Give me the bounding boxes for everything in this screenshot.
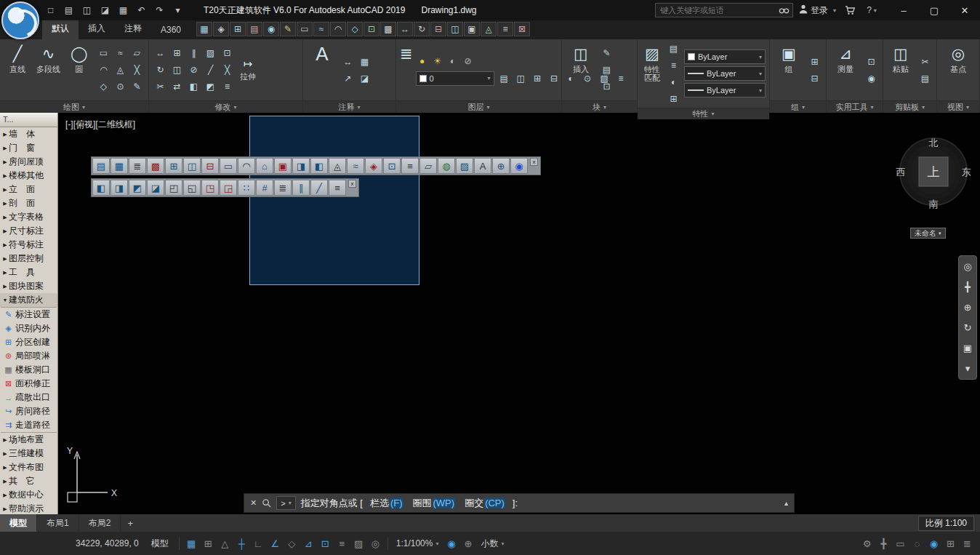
properties-grid-icon[interactable]: ▤ — [666, 41, 681, 56]
tianzheng-toolbar-icon[interactable]: ◰ — [165, 180, 182, 196]
workspace-gear-icon[interactable]: ⚙ — [859, 535, 875, 552]
tianzheng-toolbar-icon[interactable]: A — [474, 158, 491, 174]
tianzheng-toolbar-icon[interactable]: ╱ — [310, 180, 328, 196]
sidebar-item-text-table[interactable]: 文字表格 — [0, 210, 57, 224]
annotate-grid-icon[interactable]: ↗ — [340, 71, 356, 86]
tianzheng-toolbar-icon[interactable]: ◈ — [365, 158, 382, 174]
modify-grid-icon[interactable]: ↻ — [153, 63, 168, 78]
modify-grid-icon[interactable]: ◩ — [203, 79, 218, 95]
sidebar-item-others[interactable]: 其 它 — [0, 474, 57, 488]
sidebar-item-rooms-roof[interactable]: 房间屋顶 — [0, 155, 57, 169]
text-button[interactable]: A — [307, 41, 337, 99]
maximize-button[interactable]: ▢ — [919, 0, 949, 20]
groups-grid-icon[interactable]: ⊟ — [807, 71, 822, 86]
sidebar-item-section[interactable]: 剖 面 — [0, 196, 57, 210]
clean-screen-icon[interactable]: ⊞ — [942, 535, 959, 552]
sidebar-item-dimension[interactable]: 尺寸标注 — [0, 224, 57, 238]
properties-grid-icon[interactable]: ⊞ — [666, 91, 681, 106]
polar-tracking-icon[interactable]: ∠ — [267, 535, 284, 552]
classic-toolbar-icon[interactable]: ▦ — [196, 22, 212, 36]
save-as-icon[interactable]: ◪ — [97, 3, 113, 17]
classic-toolbar-icon[interactable]: ▩ — [380, 22, 396, 36]
sidebar-title[interactable]: T... — [0, 113, 57, 127]
modify-grid-icon[interactable]: ≡ — [220, 79, 235, 95]
save-icon[interactable]: ◫ — [79, 3, 95, 17]
groups-grid-icon[interactable]: ⊞ — [807, 54, 822, 69]
tool-zone-create[interactable]: ⊞ 分区创建 — [0, 335, 57, 349]
lineweight-icon[interactable]: ≡ — [334, 535, 350, 552]
tool-identify-inout[interactable]: ◈ 识别内外 — [0, 322, 57, 335]
infer-constraints-icon[interactable]: △ — [217, 535, 233, 552]
draw-grid-icon[interactable]: ◇ — [96, 79, 111, 95]
tool-corridor-path[interactable]: ⇉ 走道路径 — [0, 418, 57, 432]
command-search-icon[interactable] — [262, 498, 271, 508]
tianzheng-toolbar-icon[interactable]: ◉ — [510, 158, 528, 174]
tianzheng-toolbar-icon[interactable]: ◠ — [238, 158, 255, 174]
tianzheng-toolbar-icon[interactable]: ⊞ — [165, 158, 182, 174]
redo-icon[interactable]: ↷ — [151, 3, 168, 17]
app-store-cart-icon[interactable] — [842, 3, 858, 17]
tianzheng-toolbar-icon[interactable]: ▩ — [147, 158, 164, 174]
insert-block-button[interactable]: ◫ 插入 — [566, 41, 596, 99]
tab-model[interactable]: 模型 — [0, 514, 37, 532]
tool-area-correction[interactable]: ⊠ 面积修正 — [0, 377, 57, 391]
view-cube[interactable]: 北 西 东 南 上 — [891, 132, 976, 216]
tianzheng-toolbar-icon[interactable]: ≡ — [401, 158, 419, 174]
classic-toolbar-icon[interactable]: ↻ — [414, 22, 430, 36]
layer-grid-icon[interactable]: ◫ — [513, 71, 529, 86]
panel-label-layers[interactable]: 图层 — [396, 100, 561, 113]
classic-toolbar-icon[interactable]: ◫ — [447, 22, 463, 36]
new-file-icon[interactable]: □ — [42, 3, 59, 17]
sidebar-item-help-demo[interactable]: 帮助演示 — [0, 502, 57, 514]
tianzheng-toolbar-icon[interactable]: ▨ — [456, 158, 473, 174]
panel-label-groups[interactable]: 组 — [770, 100, 826, 113]
clipboard-grid-icon[interactable]: ▤ — [917, 71, 933, 86]
tianzheng-toolbar-icon[interactable]: ▣ — [274, 158, 292, 174]
open-file-icon[interactable]: ▤ — [60, 3, 77, 17]
draw-grid-icon[interactable]: ╳ — [129, 63, 145, 78]
tianzheng-toolbar-icon[interactable]: ⌂ — [256, 158, 273, 174]
tool-evacuation-exit[interactable]: → 疏散出口 — [0, 391, 57, 404]
sidebar-item-3d-modeling[interactable]: 三维建模 — [0, 447, 57, 460]
annotation-scale-button[interactable]: 1:1/100% — [392, 538, 443, 548]
block-grid-icon[interactable]: ▤ — [599, 63, 614, 78]
classic-toolbar-icon[interactable]: ▤ — [246, 22, 262, 36]
sidebar-item-blocks-patterns[interactable]: 图块图案 — [0, 279, 57, 293]
modify-grid-icon[interactable]: ∥ — [186, 46, 201, 61]
tab-insert[interactable]: 插入 — [79, 19, 115, 39]
tianzheng-toolbar-icon[interactable]: ◧ — [92, 180, 110, 196]
object-snap-icon[interactable]: ⊡ — [317, 535, 334, 552]
annotate-grid-icon[interactable]: ▦ — [357, 54, 372, 69]
tianzheng-toolbar-icon[interactable]: ◳ — [201, 180, 219, 196]
paste-button[interactable]: ◫ 粘贴 — [887, 41, 915, 99]
command-option-cpolygon[interactable]: 圈交(CP) — [465, 497, 505, 510]
properties-grid-icon[interactable]: ◐ — [666, 74, 681, 89]
classic-toolbar-icon[interactable]: ≈ — [313, 22, 329, 36]
quick-properties-icon[interactable]: ▭ — [892, 535, 909, 552]
classic-toolbar-icon[interactable]: ▭ — [297, 22, 313, 36]
modify-grid-icon[interactable]: ╱ — [203, 63, 218, 78]
isodraft-icon[interactable]: ◇ — [284, 535, 300, 552]
view-name-chip[interactable]: 未命名 — [910, 228, 946, 239]
sign-in-button[interactable]: 登录 — [799, 4, 836, 17]
command-option-fence[interactable]: 栏选(F) — [370, 497, 403, 510]
minimize-button[interactable]: – — [888, 0, 919, 20]
draw-grid-icon[interactable]: ▱ — [129, 46, 145, 61]
lineweight-select[interactable]: ByLayer — [684, 66, 766, 81]
tool-local-sprinkler[interactable]: ⊛ 局部喷淋 — [0, 349, 57, 363]
layer-properties-button[interactable]: ≣ — [400, 41, 413, 99]
tianzheng-toolbar-icon[interactable]: ▤ — [92, 158, 110, 174]
group-button[interactable]: ▣ 组 — [774, 41, 804, 99]
sidebar-item-layer-control[interactable]: 图层控制 — [0, 252, 57, 265]
object-color-select[interactable]: ByLayer — [684, 49, 766, 64]
panel-label-utilities[interactable]: 实用工具 — [827, 100, 883, 113]
layer-grid-icon[interactable]: ⊞ — [530, 71, 545, 86]
annotation-monitor-icon[interactable]: ╋ — [875, 535, 892, 552]
utilities-grid-icon[interactable]: ⊡ — [864, 54, 879, 69]
modify-grid-icon[interactable]: ↔ — [153, 46, 168, 61]
layer-thaw-icon[interactable]: ☀ — [431, 54, 444, 68]
viewport-controls-label[interactable]: [-][俯视][二维线框] — [65, 119, 135, 131]
modify-grid-icon[interactable]: ⊘ — [186, 63, 201, 78]
sidebar-item-stairs-other[interactable]: 楼梯其他 — [0, 169, 57, 183]
print-icon[interactable]: ▦ — [115, 3, 132, 17]
